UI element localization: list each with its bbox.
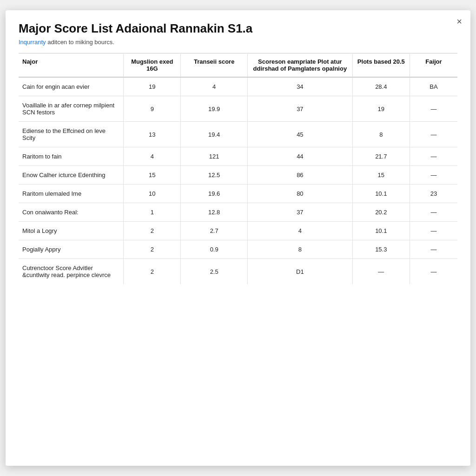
cell-faijor-0: BA bbox=[410, 77, 457, 96]
table-row: Mitol a Logry22.7410.1— bbox=[19, 222, 457, 240]
table-header-row: Najor Mugslion exed 16G Transeii score S… bbox=[19, 53, 457, 78]
cell-mugslion-1: 9 bbox=[124, 96, 181, 122]
cell-plots-3: 21.7 bbox=[352, 147, 410, 166]
cell-major-1: Voaillalle in ar afer cornep milpient SC… bbox=[19, 96, 124, 122]
header-major: Najor bbox=[19, 53, 124, 78]
cell-faijor-5: 23 bbox=[410, 185, 457, 203]
header-faijor: Faijor bbox=[410, 53, 457, 78]
close-button[interactable]: × bbox=[456, 17, 462, 26]
cell-transeii-4: 12.5 bbox=[181, 166, 248, 185]
cell-faijor-2: — bbox=[410, 122, 457, 147]
cell-mugslion-7: 2 bbox=[124, 222, 181, 240]
header-plots: Plots based 20.5 bbox=[352, 53, 410, 78]
cell-transeii-3: 121 bbox=[181, 147, 248, 166]
cell-scoreson-6: 37 bbox=[248, 203, 353, 222]
cell-scoreson-9: D1 bbox=[248, 259, 353, 284]
cell-major-5: Raritom ulemaled Ime bbox=[19, 185, 124, 203]
cell-faijor-4: — bbox=[410, 166, 457, 185]
cell-plots-7: 10.1 bbox=[352, 222, 410, 240]
cell-scoreson-0: 34 bbox=[248, 77, 353, 96]
cell-major-0: Cain for engin acan evier bbox=[19, 77, 124, 96]
table-row: Con onaiwanto Real:112.83720.2— bbox=[19, 203, 457, 222]
cell-transeii-5: 19.6 bbox=[181, 185, 248, 203]
cell-major-9: Cutrenctoor Score Advitler &cuntlwity re… bbox=[19, 259, 124, 284]
cell-plots-6: 20.2 bbox=[352, 203, 410, 222]
cell-scoreson-7: 4 bbox=[248, 222, 353, 240]
cell-major-8: Pogially Appry bbox=[19, 240, 124, 259]
cell-mugslion-3: 4 bbox=[124, 147, 181, 166]
cell-faijor-6: — bbox=[410, 203, 457, 222]
cell-major-7: Mitol a Logry bbox=[19, 222, 124, 240]
cell-mugslion-8: 2 bbox=[124, 240, 181, 259]
cell-scoreson-8: 8 bbox=[248, 240, 353, 259]
header-transeii: Transeii score bbox=[181, 53, 248, 78]
cell-transeii-1: 19.9 bbox=[181, 96, 248, 122]
cell-transeii-8: 0.9 bbox=[181, 240, 248, 259]
cell-faijor-1: — bbox=[410, 96, 457, 122]
cell-scoreson-5: 80 bbox=[248, 185, 353, 203]
cell-faijor-9: — bbox=[410, 259, 457, 284]
header-mugslion: Mugslion exed 16G bbox=[124, 53, 181, 78]
cell-faijor-8: — bbox=[410, 240, 457, 259]
cell-mugslion-0: 19 bbox=[124, 77, 181, 96]
header-scoreson: Scoreson eampriate Plot atur ddirshad of… bbox=[248, 53, 353, 78]
cell-scoreson-4: 86 bbox=[248, 166, 353, 185]
cell-plots-4: 15 bbox=[352, 166, 410, 185]
cell-transeii-6: 12.8 bbox=[181, 203, 248, 222]
table-row: Ediense to the Effcined on leve Scity131… bbox=[19, 122, 457, 147]
cell-major-6: Con onaiwanto Real: bbox=[19, 203, 124, 222]
cell-mugslion-4: 15 bbox=[124, 166, 181, 185]
table-row: Pogially Appry20.9815.3— bbox=[19, 240, 457, 259]
cell-scoreson-1: 37 bbox=[248, 96, 353, 122]
table-row: Raritom to fain41214421.7— bbox=[19, 147, 457, 166]
cell-mugslion-9: 2 bbox=[124, 259, 181, 284]
table-row: Voaillalle in ar afer cornep milpient SC… bbox=[19, 96, 457, 122]
cell-plots-1: 19 bbox=[352, 96, 410, 122]
table-row: Cutrenctoor Score Advitler &cuntlwity re… bbox=[19, 259, 457, 284]
table-row: Cain for engin acan evier1943428.4BA bbox=[19, 77, 457, 96]
cell-plots-2: 8 bbox=[352, 122, 410, 147]
cell-mugslion-2: 13 bbox=[124, 122, 181, 147]
cell-plots-9: — bbox=[352, 259, 410, 284]
table-row: Enow Calher icturce Edenthing1512.58615— bbox=[19, 166, 457, 185]
cell-plots-5: 10.1 bbox=[352, 185, 410, 203]
cell-faijor-7: — bbox=[410, 222, 457, 240]
cell-major-3: Raritom to fain bbox=[19, 147, 124, 166]
cell-transeii-0: 4 bbox=[181, 77, 248, 96]
cell-plots-0: 28.4 bbox=[352, 77, 410, 96]
table-row: Raritom ulemaled Ime1019.68010.123 bbox=[19, 185, 457, 203]
cell-faijor-3: — bbox=[410, 147, 457, 166]
modal-container: × Major Score List Adaional Rannakin S1.… bbox=[6, 10, 470, 466]
cell-transeii-9: 2.5 bbox=[181, 259, 248, 284]
cell-transeii-2: 19.4 bbox=[181, 122, 248, 147]
modal-subtitle: Inqurranty aditcen to miking bourcs. bbox=[19, 39, 457, 46]
cell-major-2: Ediense to the Effcined on leve Scity bbox=[19, 122, 124, 147]
cell-scoreson-2: 45 bbox=[248, 122, 353, 147]
cell-transeii-7: 2.7 bbox=[181, 222, 248, 240]
cell-mugslion-5: 10 bbox=[124, 185, 181, 203]
cell-plots-8: 15.3 bbox=[352, 240, 410, 259]
score-table: Najor Mugslion exed 16G Transeii score S… bbox=[19, 53, 457, 284]
cell-scoreson-3: 44 bbox=[248, 147, 353, 166]
cell-major-4: Enow Calher icturce Edenthing bbox=[19, 166, 124, 185]
subtitle-link[interactable]: Inqurranty bbox=[19, 39, 46, 46]
subtitle-text: aditcen to miking bourcs. bbox=[47, 39, 114, 46]
modal-title: Major Score List Adaional Rannakin S1.a bbox=[19, 21, 457, 36]
cell-mugslion-6: 1 bbox=[124, 203, 181, 222]
